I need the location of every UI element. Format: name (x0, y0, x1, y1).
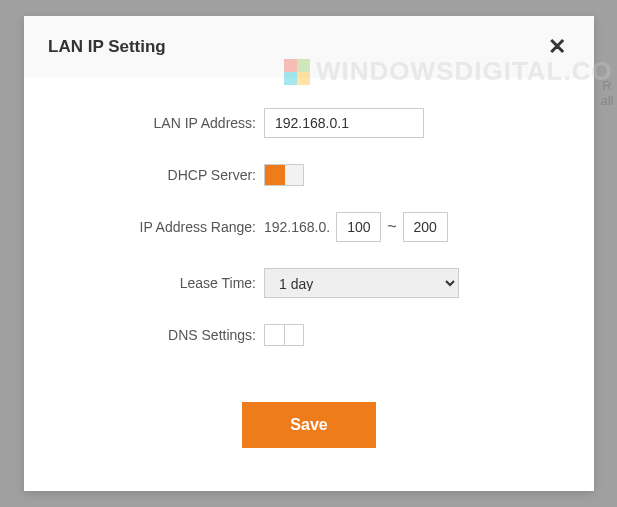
background-fragment: R all (597, 78, 617, 108)
ip-range-end-input[interactable] (403, 212, 448, 242)
lan-ip-label: LAN IP Address: (64, 115, 264, 131)
lan-ip-row: LAN IP Address: (64, 108, 554, 138)
ip-range-label: IP Address Range: (64, 219, 264, 235)
lease-time-row: Lease Time: 1 day (64, 268, 554, 298)
save-row: Save (64, 372, 554, 448)
dns-row: DNS Settings: (64, 324, 554, 346)
ip-range-start-input[interactable] (336, 212, 381, 242)
dhcp-toggle[interactable] (264, 164, 304, 186)
lan-ip-input[interactable] (264, 108, 424, 138)
dns-label: DNS Settings: (64, 327, 264, 343)
lease-time-select[interactable]: 1 day (264, 268, 459, 298)
dhcp-label: DHCP Server: (64, 167, 264, 183)
ip-range-row: IP Address Range: 192.168.0. ~ (64, 212, 554, 242)
ip-range-prefix: 192.168.0. (264, 219, 330, 235)
close-icon[interactable]: ✕ (544, 34, 570, 60)
modal-title: LAN IP Setting (48, 37, 166, 57)
dns-toggle[interactable] (264, 324, 304, 346)
modal-header: LAN IP Setting ✕ (24, 16, 594, 78)
lease-time-label: Lease Time: (64, 275, 264, 291)
lan-ip-setting-modal: LAN IP Setting ✕ WINDOWSDIGITAL.CO LAN I… (24, 16, 594, 491)
ip-range-separator: ~ (387, 218, 396, 236)
modal-body: LAN IP Address: DHCP Server: IP Address … (24, 78, 594, 468)
save-button[interactable]: Save (242, 402, 375, 448)
dhcp-row: DHCP Server: (64, 164, 554, 186)
